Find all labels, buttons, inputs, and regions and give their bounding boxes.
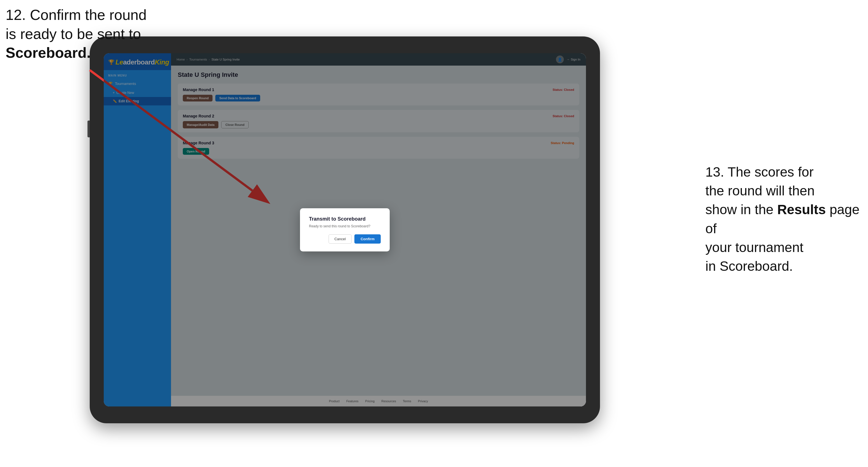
annotation-br-line3: show in the (705, 202, 774, 217)
annotation-br-line2: the round will then (705, 183, 815, 198)
tablet-device: 🏆 LeaderboardKing MAIN MENU 🏆 Tournament… (90, 36, 600, 423)
annotation-br-line6: in Scoreboard. (705, 259, 793, 274)
annotation-line1: 12. Confirm the round (6, 7, 147, 23)
annotation-br-line1: 13. The scores for (705, 164, 814, 179)
modal-overlay: Transmit to Scoreboard Ready to send thi… (171, 53, 586, 406)
annotation-line3: Scoreboard. (6, 44, 91, 61)
tablet-screen: 🏆 LeaderboardKing MAIN MENU 🏆 Tournament… (104, 53, 586, 406)
annotation-bottom-right: 13. The scores for the round will then s… (705, 163, 862, 276)
modal-title: Transmit to Scoreboard (309, 216, 381, 222)
tablet-side-button (88, 121, 90, 137)
modal-cancel-button[interactable]: Cancel (329, 234, 351, 244)
modal-subtitle: Ready to send this round to Scoreboard? (309, 224, 381, 228)
app-container: 🏆 LeaderboardKing MAIN MENU 🏆 Tournament… (104, 53, 586, 406)
main-content: Home › Tournaments › State U Spring Invi… (171, 53, 586, 406)
annotation-br-line5: your tournament (705, 240, 804, 255)
modal-confirm-button[interactable]: Confirm (354, 234, 381, 244)
annotation-line2: is ready to be sent to (6, 26, 141, 42)
modal-actions: Cancel Confirm (309, 234, 381, 244)
transmit-modal: Transmit to Scoreboard Ready to send thi… (300, 208, 390, 251)
annotation-br-bold: Results (777, 202, 826, 217)
